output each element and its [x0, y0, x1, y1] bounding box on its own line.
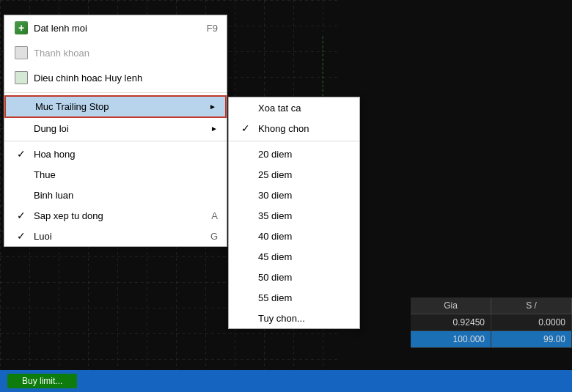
table-row-selected[interactable]: 100.000 99.00	[411, 331, 572, 348]
check-luoi: ✓	[13, 230, 29, 242]
menu-item-binh-luan[interactable]: Binh luan	[4, 185, 227, 205]
menu-label-sap-xep: Sap xep tu dong	[34, 210, 197, 221]
cell-gia-2: 100.000	[411, 331, 491, 347]
menu-item-dung-loi[interactable]: Dung loi ►	[4, 118, 227, 138]
menu-item-hoa-hong[interactable]: ✓ Hoa hong	[4, 144, 227, 164]
submenu-label-xoa-tat-ca: Xoa tat ca	[258, 103, 301, 114]
menu-item-sap-xep[interactable]: ✓ Sap xep tu dong A	[4, 205, 227, 226]
submenu-item-50[interactable]: 50 diem	[229, 267, 359, 287]
divider-2	[4, 141, 227, 141]
submenu-item-55[interactable]: 55 diem	[229, 287, 359, 308]
check-sap-xep: ✓	[13, 210, 29, 221]
new-order-icon	[13, 20, 29, 36]
menu-item-dieu-chinh[interactable]: Dieu chinh hoac Huy lenh	[4, 65, 227, 90]
submenu-item-20[interactable]: 20 diem	[229, 144, 359, 164]
submenu-label-50: 50 diem	[258, 272, 292, 283]
document-icon	[13, 45, 29, 61]
divider-1	[4, 92, 227, 93]
submenu-label-20: 20 diem	[258, 149, 292, 160]
submenu-label-45: 45 diem	[258, 251, 292, 262]
data-table: Gia S / 0.92450 0.0000 100.000 99.00	[411, 297, 572, 348]
menu-label-thue: Thue	[34, 169, 218, 180]
submenu-item-45[interactable]: 45 diem	[229, 246, 359, 267]
menu-item-muc-trailing-stop[interactable]: Muc Trailing Stop ► Xoa tat ca ✓ Khong c…	[4, 95, 227, 118]
shortcut-sap-xep: A	[197, 210, 218, 221]
submenu-label-25: 25 diem	[258, 169, 292, 180]
menu-item-thue[interactable]: Thue	[4, 164, 227, 185]
cell-gia-1: 0.92450	[411, 314, 491, 330]
submenu-divider-1	[229, 141, 359, 141]
menu-label-dung-loi: Dung loi	[34, 123, 203, 134]
header-gia: Gia	[411, 297, 491, 314]
submenu-label-40: 40 diem	[258, 231, 292, 242]
arrow-dung-loi: ►	[203, 125, 218, 133]
table-row: 0.92450 0.0000	[411, 314, 572, 331]
edit-doc-icon	[13, 70, 29, 86]
submenu-item-tuy-chon[interactable]: Tuy chon...	[229, 308, 359, 328]
menu-label-dat-lenh-moi: Dat lenh moi	[34, 23, 192, 34]
menu-item-thanh-khoan: Thanh khoan	[4, 40, 227, 65]
menu-label-thanh-khoan: Thanh khoan	[34, 48, 218, 59]
check-khong-chon: ✓	[238, 122, 254, 134]
menu-label-hoa-hong: Hoa hong	[34, 149, 218, 160]
arrow-muc-trailing-stop: ►	[202, 103, 216, 111]
submenu-item-xoa-tat-ca[interactable]: Xoa tat ca	[229, 97, 359, 118]
shortcut-dat-lenh-moi: F9	[192, 23, 218, 34]
submenu-label-khong-chon: Khong chon	[258, 123, 309, 134]
menu-label-dieu-chinh: Dieu chinh hoac Huy lenh	[34, 73, 218, 84]
submenu-item-40[interactable]: 40 diem	[229, 226, 359, 246]
menu-item-dat-lenh-moi[interactable]: Dat lenh moi F9	[4, 15, 227, 40]
submenu-label-35: 35 diem	[258, 210, 292, 221]
submenu-trailing-stop: Xoa tat ca ✓ Khong chon 20 diem 25 diem …	[228, 97, 360, 329]
menu-label-muc-trailing-stop: Muc Trailing Stop	[35, 101, 202, 112]
submenu-label-55: 55 diem	[258, 292, 292, 303]
menu-label-luoi: Luoi	[34, 231, 196, 242]
check-hoa-hong: ✓	[13, 148, 29, 160]
cell-s-1: 0.0000	[491, 314, 572, 330]
submenu-item-30[interactable]: 30 diem	[229, 185, 359, 205]
header-s: S /	[491, 297, 572, 314]
submenu-label-30: 30 diem	[258, 190, 292, 201]
submenu-item-khong-chon[interactable]: ✓ Khong chon	[229, 118, 359, 138]
bottom-bar: Buy limit...	[0, 370, 572, 392]
cell-s-2: 99.00	[491, 331, 572, 347]
context-menu: Dat lenh moi F9 Thanh khoan Dieu chinh h…	[4, 15, 227, 247]
table-header: Gia S /	[411, 297, 572, 314]
shortcut-luoi: G	[196, 231, 218, 242]
right-panel: Gia S / 0.92450 0.0000 100.000 99.00	[337, 0, 572, 392]
menu-label-binh-luan: Binh luan	[34, 190, 218, 201]
menu-item-luoi[interactable]: ✓ Luoi G	[4, 226, 227, 246]
buy-limit-button[interactable]: Buy limit...	[7, 374, 77, 388]
submenu-item-25[interactable]: 25 diem	[229, 164, 359, 185]
submenu-item-35[interactable]: 35 diem	[229, 205, 359, 226]
submenu-label-tuy-chon: Tuy chon...	[258, 313, 305, 324]
